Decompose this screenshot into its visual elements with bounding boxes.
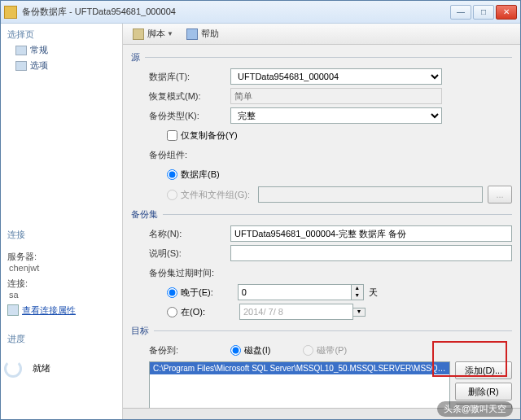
desc-label: 说明(S): (149, 247, 230, 260)
connection-info: 服务器: chenjwt 连接: sa 查看连接属性 (4, 243, 119, 320)
titlebar: 备份数据库 - UFTData954681_000004 — □ ✕ (1, 1, 520, 24)
form-area: 源 数据库(T): UFTData954681_000004 恢复模式(M): … (123, 45, 520, 419)
copy-only-checkbox[interactable]: 仅复制备份(Y) (167, 129, 238, 142)
backupset-title: 备份集 (131, 208, 158, 221)
app-icon (4, 6, 17, 19)
expire-label: 备份集过期时间: (149, 267, 214, 279)
tape-label: 磁带(P) (317, 344, 347, 357)
destination-item[interactable]: C:\Program Files\Microsoft SQL Server\MS… (150, 362, 449, 374)
progress-title: 进度 (4, 331, 119, 347)
backup-type-label: 备份类型(K): (149, 110, 230, 122)
link-label: 查看连接属性 (22, 304, 76, 317)
expire-on-radio[interactable]: 在(O): (167, 306, 205, 318)
main-panel: 脚本 ▼ 帮助 源 数据库(T): UFTData954681_000004 (123, 24, 520, 419)
destination-title: 目标 (131, 325, 149, 337)
script-button[interactable]: 脚本 ▼ (128, 26, 178, 42)
add-button[interactable]: 添加(D)... (455, 361, 512, 379)
disk-label: 磁盘(I) (244, 344, 270, 357)
window-title: 备份数据库 - UFTData954681_000004 (22, 6, 450, 18)
days-spinner[interactable]: ▲▼ (238, 284, 364, 300)
ready-label: 就绪 (33, 362, 50, 374)
disk-radio[interactable]: 磁盘(I) (230, 344, 270, 357)
database-select[interactable]: UFTData954681_000004 (230, 68, 442, 85)
desc-field[interactable] (230, 245, 512, 261)
days-field[interactable] (238, 284, 352, 300)
script-label: 脚本 (147, 28, 165, 40)
component-files-label: 文件和文件组(G): (181, 189, 250, 201)
page-icon (15, 46, 27, 55)
conn-label: 连接: (7, 278, 116, 290)
component-label: 备份组件: (149, 149, 230, 161)
days-unit: 天 (369, 287, 378, 299)
expire-after-label: 晚于(E): (181, 287, 213, 299)
disk-input[interactable] (230, 345, 241, 356)
backup-to-label: 备份到: (149, 344, 230, 357)
recovery-mode-field (230, 88, 442, 104)
help-button[interactable]: 帮助 (182, 26, 224, 42)
backupset-group: 备份集 名称(N): 说明(S): 备份集过期时间: (131, 208, 512, 320)
properties-icon (7, 304, 19, 316)
spin-down[interactable]: ▼ (352, 292, 363, 300)
backup-type-select[interactable]: 完整 (230, 107, 442, 124)
toolbar: 脚本 ▼ 帮助 (123, 24, 520, 45)
help-label: 帮助 (201, 28, 219, 40)
sidebar-item-options[interactable]: 选项 (4, 58, 119, 73)
maximize-button[interactable]: □ (473, 5, 494, 20)
window-buttons: — □ ✕ (450, 5, 517, 20)
source-group: 源 数据库(T): UFTData954681_000004 恢复模式(M): … (131, 51, 512, 203)
database-label: 数据库(T): (149, 71, 230, 83)
watermark: 头条@嗷叫天空 (437, 401, 513, 417)
component-database-radio[interactable]: 数据库(B) (167, 168, 220, 181)
expire-after-input[interactable] (167, 287, 177, 298)
page-icon (15, 61, 27, 71)
view-connection-properties-link[interactable]: 查看连接属性 (7, 304, 116, 317)
connection-title: 连接 (4, 227, 119, 243)
spin-up[interactable]: ▲ (352, 285, 363, 292)
sidebar-item-label: 选项 (30, 59, 48, 72)
date-picker: ▼ (239, 304, 366, 320)
component-files-input (167, 190, 177, 200)
source-title: 源 (131, 51, 140, 63)
server-label: 服务器: (7, 251, 116, 263)
expire-on-label: 在(O): (181, 306, 205, 318)
tape-input (303, 345, 313, 356)
minimize-button[interactable]: — (450, 5, 471, 20)
select-page-label: 选择页 (4, 27, 119, 42)
copy-only-input[interactable] (167, 130, 177, 141)
copy-only-label: 仅复制备份(Y) (181, 129, 238, 142)
spinner-icon (4, 360, 22, 378)
progress-section: 就绪 (4, 347, 119, 378)
files-field (258, 186, 483, 203)
help-icon (186, 28, 198, 40)
server-value: chenjwt (7, 263, 116, 273)
name-label: 名称(N): (149, 228, 230, 240)
close-button[interactable]: ✕ (496, 5, 517, 20)
sidebar-item-label: 常规 (30, 44, 48, 56)
script-icon (133, 28, 144, 40)
component-database-label: 数据库(B) (181, 168, 220, 181)
sidebar-item-general[interactable]: 常规 (4, 42, 119, 58)
sidebar: 选择页 常规 选项 连接 服务器: chenjwt 连接: sa 查看连接属性 (1, 24, 123, 419)
component-files-radio: 文件和文件组(G): (167, 189, 250, 201)
browse-files-button: ... (488, 186, 512, 203)
chevron-down-icon: ▼ (167, 30, 173, 37)
window-body: 选择页 常规 选项 连接 服务器: chenjwt 连接: sa 查看连接属性 (1, 24, 520, 419)
remove-button[interactable]: 删除(R) (455, 383, 512, 400)
component-database-input[interactable] (167, 169, 177, 180)
conn-value: sa (7, 290, 116, 300)
expire-on-input[interactable] (167, 307, 177, 317)
recovery-label: 恢复模式(M): (149, 90, 230, 103)
name-field[interactable] (230, 225, 512, 242)
date-field (239, 304, 353, 320)
tape-radio: 磁带(P) (303, 344, 347, 357)
backup-database-window: 备份数据库 - UFTData954681_000004 — □ ✕ 选择页 常… (0, 0, 521, 420)
expire-after-radio[interactable]: 晚于(E): (167, 287, 213, 299)
